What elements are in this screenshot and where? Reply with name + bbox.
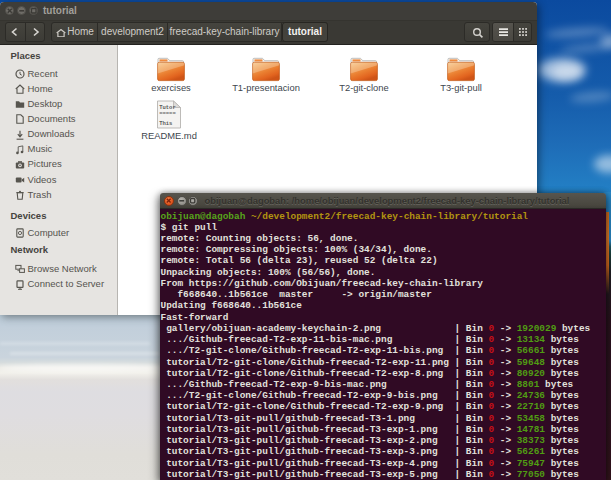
svg-text:=====: ===== (159, 110, 176, 117)
svg-text:This: This (159, 120, 172, 127)
